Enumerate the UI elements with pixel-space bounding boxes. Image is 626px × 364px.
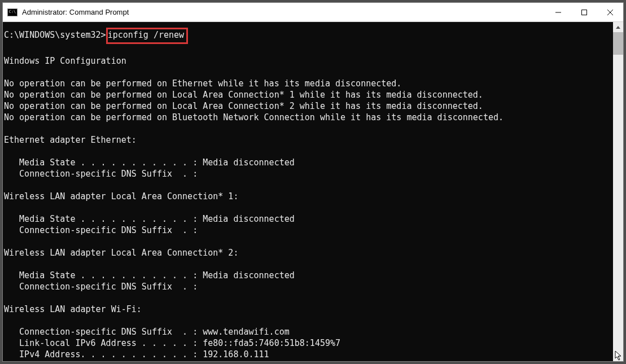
maximize-icon [581,9,588,16]
close-icon [607,9,614,16]
output-line: Connection-specific DNS Suffix . : www.t… [4,327,290,337]
chevron-down-icon [616,355,620,358]
chevron-up-icon [616,26,620,29]
window-controls [545,3,623,21]
output-line: Wireless LAN adapter Local Area Connecti… [4,191,238,201]
output-line: Wireless LAN adapter Wi-Fi: [4,304,142,314]
output-line: Media State . . . . . . . . . . . : Medi… [4,270,295,280]
vertical-scrollbar[interactable] [613,22,623,361]
output-line: Connection-specific DNS Suffix . : [4,169,198,179]
output-line: Wireless LAN adapter Local Area Connecti… [4,248,238,258]
scroll-up-arrow[interactable] [613,22,623,32]
output-line: No operation can be performed on Local A… [4,90,483,100]
output-line: Connection-specific DNS Suffix . : [4,282,198,292]
output-line: Media State . . . . . . . . . . . : Medi… [4,157,295,168]
titlebar[interactable]: Administrator: Command Prompt [3,3,623,22]
minimize-icon [555,9,562,16]
output-line: Connection-specific DNS Suffix . : [4,225,198,235]
cmd-icon [7,8,17,16]
close-button[interactable] [597,3,623,21]
minimize-button[interactable] [545,3,571,21]
prompt-text: C:\WINDOWS\system32> [4,30,106,40]
output-line: Link-local IPv6 Address . . . . . : fe80… [4,338,340,348]
output-line: No operation can be performed on Local A… [4,101,483,111]
command-text: ipconfig /renew [108,30,184,40]
terminal-container: C:\WINDOWS\system32>ipconfig /renew Wind… [3,22,623,361]
window-title: Administrator: Command Prompt [22,8,545,16]
terminal-output[interactable]: C:\WINDOWS\system32>ipconfig /renew Wind… [3,22,613,361]
scroll-track[interactable] [613,32,623,351]
output-line: No operation can be performed on Bluetoo… [4,112,504,122]
output-line: IPv4 Address. . . . . . . . . . . : 192.… [4,349,269,359]
scroll-thumb[interactable] [613,32,623,55]
scroll-down-arrow[interactable] [613,351,623,361]
maximize-button[interactable] [571,3,597,21]
output-line: Ethernet adapter Ethernet: [4,135,137,145]
svg-rect-1 [582,10,587,15]
highlighted-command: ipconfig /renew [106,28,188,44]
command-prompt-window: Administrator: Command Prompt C:\WINDOWS… [2,2,624,362]
output-line: Windows IP Configuration [4,56,126,66]
output-line: No operation can be performed on Etherne… [4,78,401,89]
output-line: Media State . . . . . . . . . . . : Medi… [4,214,295,224]
